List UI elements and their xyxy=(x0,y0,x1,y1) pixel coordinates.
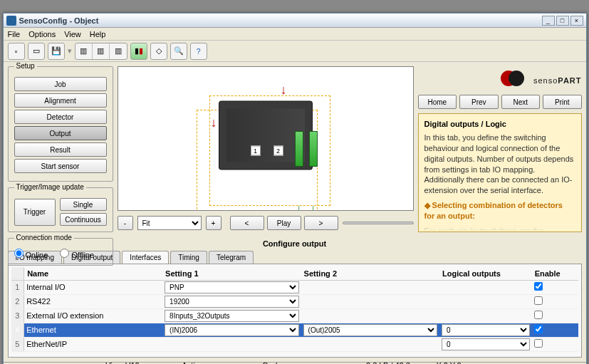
arrow-down-icon: ↓ xyxy=(311,202,316,211)
arrow-down-icon: ↓ xyxy=(281,83,287,98)
enable-checkbox[interactable] xyxy=(534,296,543,305)
status-name: Visor V10 - your ... xyxy=(105,361,165,365)
logical-select[interactable]: 0 xyxy=(442,324,530,336)
help-body-1: In this tab, you define the switching be… xyxy=(424,132,575,196)
connection-legend: Connection mode xyxy=(14,234,74,241)
continuous-button[interactable]: Continuous xyxy=(60,213,107,226)
image-viewport[interactable]: ↓ ↓ 1 2 ↓ ↓ xyxy=(118,66,414,211)
setup-startsensor-button[interactable]: Start sensor xyxy=(14,159,107,173)
col-name: Name xyxy=(24,267,162,280)
table-row[interactable]: 1Internal I/OPNP xyxy=(11,280,578,294)
col-setting2: Setting 2 xyxy=(301,267,439,280)
status-flash: 2.3 kB / 40.3 MB xyxy=(366,361,419,365)
help-title: Digital outputs / Logic xyxy=(424,120,575,128)
tab-content: Name Setting 1 Setting 2 Logical outputs… xyxy=(8,264,582,358)
tool-search-icon[interactable]: 🔍 xyxy=(170,43,187,60)
status-xy: X:0 Y:0 I:0 xyxy=(436,361,469,365)
frame-next-button[interactable]: > xyxy=(304,216,338,230)
help-next-button[interactable]: Next xyxy=(501,95,541,109)
menubar: File Options View Help xyxy=(4,28,586,41)
col-enable: Enable xyxy=(532,267,578,280)
col-setting1: Setting 1 xyxy=(162,267,301,280)
close-button[interactable]: × xyxy=(570,16,583,26)
zoom-out-button[interactable]: - xyxy=(118,216,133,230)
table-row[interactable]: 3External I/O extension8Inputs_32Outputs xyxy=(11,308,578,323)
tool-help-icon[interactable]: ? xyxy=(190,43,207,60)
single-button[interactable]: Single xyxy=(60,198,107,211)
enable-checkbox[interactable] xyxy=(534,339,543,348)
online-radio[interactable]: Online xyxy=(14,251,48,259)
window-title: SensoConfig - Object xyxy=(19,16,542,25)
logo-icon xyxy=(501,71,516,86)
interfaces-table: Name Setting 1 Setting 2 Logical outputs… xyxy=(11,267,578,352)
table-row[interactable]: 2RS42219200 xyxy=(11,294,578,308)
minimize-button[interactable]: _ xyxy=(542,16,555,26)
setup-group: Setup Job Alignment Detector Output Resu… xyxy=(8,66,113,182)
trigger-button[interactable]: Trigger xyxy=(14,199,56,226)
logical-select[interactable]: 0 xyxy=(442,338,530,350)
help-print-button[interactable]: Print xyxy=(543,95,582,109)
table-row[interactable]: 4Ethernet(IN)2006(Out)20050 xyxy=(11,323,578,337)
table-row[interactable]: 5EtherNet/IP0 xyxy=(11,337,578,351)
row-name: EtherNet/IP xyxy=(24,337,162,351)
enable-checkbox[interactable] xyxy=(534,325,543,333)
tool-open-icon[interactable]: ▭ xyxy=(28,43,45,60)
setup-result-button[interactable]: Result xyxy=(14,142,107,157)
row-name: RS422 xyxy=(24,294,162,308)
setting1-select[interactable]: 19200 xyxy=(165,296,298,308)
tool-new-icon[interactable]: ▫ xyxy=(8,43,25,60)
enable-checkbox[interactable] xyxy=(534,311,543,319)
tool-cube-icon[interactable]: ◇ xyxy=(150,43,167,60)
play-button[interactable]: Play xyxy=(267,216,301,230)
help-home-button[interactable]: Home xyxy=(418,95,457,109)
setting2-select[interactable]: (Out)2005 xyxy=(303,324,437,336)
app-window: SensoConfig - Object _ □ × File Options … xyxy=(3,13,587,364)
setting1-select[interactable]: (IN)2006 xyxy=(165,324,298,336)
setup-job-button[interactable]: Job xyxy=(14,77,107,91)
setup-output-button[interactable]: Output xyxy=(14,126,107,140)
tool-proj3-icon[interactable]: ▥ xyxy=(110,43,127,59)
offline-radio[interactable]: Offline xyxy=(60,251,94,259)
trigger-legend: Trigger/Image update xyxy=(14,183,86,191)
row-name: Ethernet xyxy=(24,323,162,337)
help-panel: Digital outputs / Logic In this tab, you… xyxy=(418,113,582,232)
tool-highlight-icon[interactable]: ▮▮ xyxy=(130,43,147,60)
row-name: Internal I/O xyxy=(24,280,162,294)
trigger-group: Trigger/Image update Trigger Single Cont… xyxy=(8,187,113,232)
menu-options[interactable]: Options xyxy=(28,30,56,38)
arrow-down-icon: ↓ xyxy=(211,115,217,130)
col-logical: Logical outputs xyxy=(439,267,532,280)
setup-detector-button[interactable]: Detector xyxy=(14,110,107,124)
maximize-button[interactable]: □ xyxy=(556,16,569,26)
app-icon xyxy=(6,16,16,26)
frame-slider[interactable] xyxy=(343,222,414,224)
setting1-select[interactable]: PNP xyxy=(165,281,298,293)
brand-logo: sensoPART xyxy=(418,66,582,90)
menu-help[interactable]: Help xyxy=(90,30,106,38)
tab-telegram[interactable]: Telegram xyxy=(209,251,254,264)
zoom-select[interactable]: Fit xyxy=(137,216,202,230)
tool-save-icon[interactable]: 💾 xyxy=(48,43,65,60)
menu-file[interactable]: File xyxy=(8,30,21,38)
frame-prev-button[interactable]: < xyxy=(230,216,264,230)
setup-alignment-button[interactable]: Alignment xyxy=(14,93,107,108)
connection-group: Connection mode Online Offline xyxy=(8,238,113,266)
tab-interfaces[interactable]: Interfaces xyxy=(122,251,169,264)
tool-proj2-icon[interactable]: ▥ xyxy=(93,43,110,59)
tool-proj1-icon[interactable]: ▥ xyxy=(75,43,93,59)
tab-timing[interactable]: Timing xyxy=(170,251,207,264)
setting1-select[interactable]: 8Inputs_32Outputs xyxy=(165,310,298,322)
toolbar: ▫ ▭ 💾 ▾ ▥ ▥ ▥ ▮▮ ◇ 🔍 ? xyxy=(4,41,586,62)
menu-view[interactable]: View xyxy=(64,30,81,38)
roi-overlay-2[interactable] xyxy=(309,131,318,167)
zoom-in-button[interactable]: + xyxy=(206,216,221,230)
roi-overlay-1[interactable] xyxy=(295,131,303,167)
titlebar: SensoConfig - Object _ □ × xyxy=(4,14,586,28)
tool-project-group: ▥ ▥ ▥ xyxy=(75,43,127,60)
help-prev-button[interactable]: Prev xyxy=(459,95,499,109)
row-name: External I/O extension xyxy=(24,308,162,323)
viewport-controls: - Fit + < Play > xyxy=(118,211,414,232)
arrow-down-icon: ↓ xyxy=(296,202,302,211)
setup-legend: Setup xyxy=(14,62,37,70)
enable-checkbox[interactable] xyxy=(534,282,543,291)
